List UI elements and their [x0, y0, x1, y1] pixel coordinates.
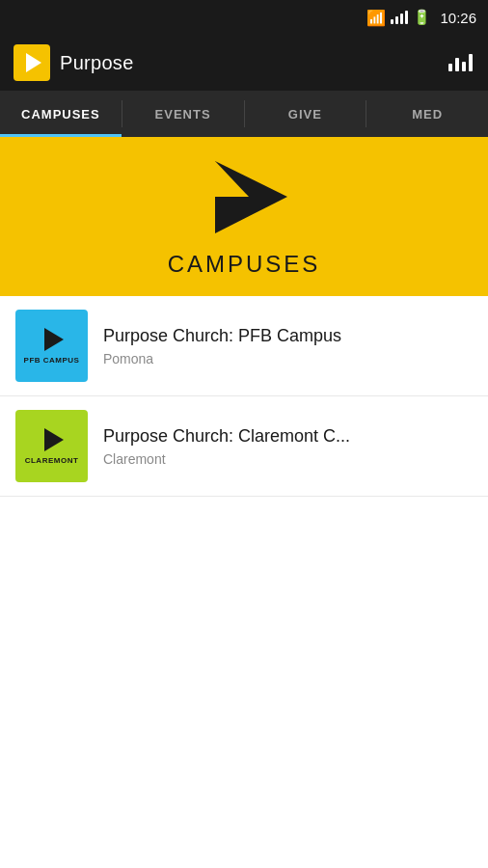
signal-bars-icon — [391, 11, 408, 24]
campus-list: PFB CAMPUS Purpose Church: PFB Campus Po… — [0, 296, 488, 497]
status-time: 10:26 — [440, 10, 476, 26]
campus-item-claremont[interactable]: CLAREMONT Purpose Church: Claremont C...… — [0, 396, 488, 497]
campus-thumb-claremont: CLAREMONT — [15, 410, 88, 482]
thumb-label-pfb: PFB CAMPUS — [24, 356, 80, 365]
campus-location-claremont: Claremont — [103, 451, 473, 467]
campus-name-pfb: Purpose Church: PFB Campus — [103, 326, 473, 346]
app-header: Purpose — [0, 35, 488, 91]
campus-name-claremont: Purpose Church: Claremont C... — [103, 426, 473, 447]
campus-item-pfb[interactable]: PFB CAMPUS Purpose Church: PFB Campus Po… — [0, 296, 488, 396]
status-icons: 📶 🔋 10:26 — [366, 9, 476, 27]
thumb-play-arrow-icon-2 — [44, 428, 64, 451]
bar-chart-icon[interactable] — [447, 52, 474, 73]
app-logo-area: Purpose — [14, 44, 134, 81]
hero-banner: CAMPUSES — [0, 137, 488, 296]
tab-give[interactable]: GIVE — [245, 91, 366, 137]
hero-logo-svg — [196, 156, 302, 238]
tab-events[interactable]: EVENTS — [122, 91, 244, 137]
tab-campuses[interactable]: CAMPUSES — [0, 91, 122, 137]
status-bar: 📶 🔋 10:26 — [0, 0, 488, 35]
nav-tabs: CAMPUSES EVENTS GIVE MED — [0, 91, 488, 137]
campus-thumb-pfb: PFB CAMPUS — [15, 310, 88, 382]
app-title: Purpose — [60, 52, 134, 74]
wifi-icon: 📶 — [366, 9, 386, 27]
battery-icon: 🔋 — [413, 9, 431, 26]
tab-med[interactable]: MED — [366, 91, 488, 137]
logo-play-arrow-icon — [26, 53, 41, 72]
campus-info-pfb: Purpose Church: PFB Campus Pomona — [103, 326, 473, 366]
hero-logo — [196, 156, 292, 243]
svg-marker-0 — [215, 161, 287, 233]
campus-info-claremont: Purpose Church: Claremont C... Claremont — [103, 426, 473, 467]
app-logo-box — [14, 44, 50, 81]
campus-location-pfb: Pomona — [103, 351, 473, 366]
thumb-label-claremont: CLAREMONT — [25, 456, 79, 465]
hero-title: CAMPUSES — [168, 251, 321, 278]
thumb-play-arrow-icon — [44, 328, 64, 351]
